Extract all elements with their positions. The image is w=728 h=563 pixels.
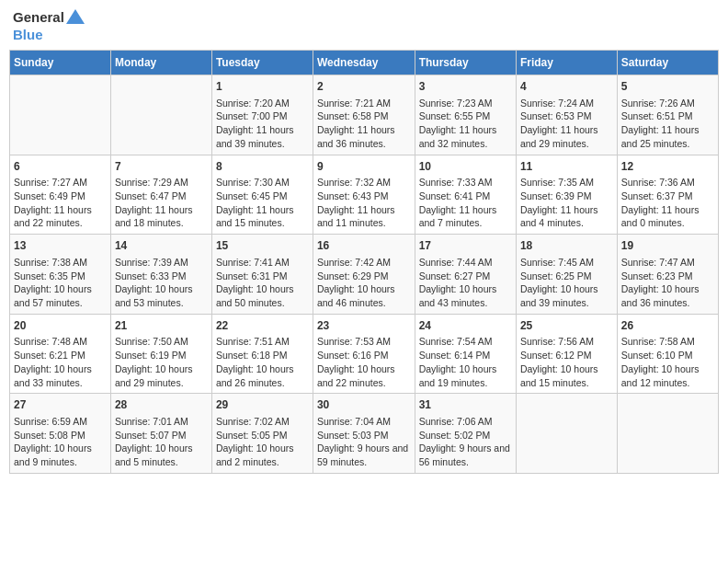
calendar-cell: 22Sunrise: 7:51 AM Sunset: 6:18 PM Dayli…: [211, 314, 313, 394]
calendar-cell: [617, 394, 718, 474]
calendar-cell: 14Sunrise: 7:39 AM Sunset: 6:33 PM Dayli…: [110, 235, 211, 315]
calendar-cell: 5Sunrise: 7:26 AM Sunset: 6:51 PM Daylig…: [617, 75, 718, 155]
calendar-cell: 13Sunrise: 7:38 AM Sunset: 6:35 PM Dayli…: [10, 235, 111, 315]
calendar-cell: 11Sunrise: 7:35 AM Sunset: 6:39 PM Dayli…: [516, 155, 617, 235]
day-number: 25: [520, 318, 613, 334]
cell-content: Sunrise: 7:45 AM Sunset: 6:25 PM Dayligh…: [520, 256, 613, 310]
cell-content: Sunrise: 7:54 AM Sunset: 6:14 PM Dayligh…: [419, 335, 512, 389]
cell-content: Sunrise: 7:33 AM Sunset: 6:41 PM Dayligh…: [419, 176, 512, 230]
calendar-cell: 16Sunrise: 7:42 AM Sunset: 6:29 PM Dayli…: [313, 235, 415, 315]
day-number: 21: [115, 318, 208, 334]
calendar-cell: 15Sunrise: 7:41 AM Sunset: 6:31 PM Dayli…: [211, 235, 313, 315]
day-number: 3: [419, 79, 512, 95]
day-number: 2: [317, 79, 411, 95]
page-header: General Blue: [9, 9, 719, 42]
day-number: 10: [419, 159, 512, 175]
cell-content: Sunrise: 6:59 AM Sunset: 5:08 PM Dayligh…: [14, 415, 107, 469]
day-number: 23: [317, 318, 411, 334]
week-row-3: 13Sunrise: 7:38 AM Sunset: 6:35 PM Dayli…: [10, 235, 719, 315]
cell-content: Sunrise: 7:47 AM Sunset: 6:23 PM Dayligh…: [621, 256, 714, 310]
calendar-cell: 29Sunrise: 7:02 AM Sunset: 5:05 PM Dayli…: [211, 394, 313, 474]
column-header-sunday: Sunday: [10, 51, 111, 75]
cell-content: Sunrise: 7:06 AM Sunset: 5:02 PM Dayligh…: [419, 415, 512, 469]
calendar-cell: 12Sunrise: 7:36 AM Sunset: 6:37 PM Dayli…: [617, 155, 718, 235]
calendar-cell: 4Sunrise: 7:24 AM Sunset: 6:53 PM Daylig…: [516, 75, 617, 155]
week-row-5: 27Sunrise: 6:59 AM Sunset: 5:08 PM Dayli…: [10, 394, 719, 474]
column-header-friday: Friday: [516, 51, 617, 75]
week-row-4: 20Sunrise: 7:48 AM Sunset: 6:21 PM Dayli…: [10, 314, 719, 394]
cell-content: Sunrise: 7:48 AM Sunset: 6:21 PM Dayligh…: [14, 335, 107, 389]
day-number: 30: [317, 397, 411, 413]
day-number: 20: [14, 318, 107, 334]
day-number: 6: [14, 159, 107, 175]
day-number: 15: [216, 238, 309, 254]
cell-content: Sunrise: 7:36 AM Sunset: 6:37 PM Dayligh…: [621, 176, 714, 230]
calendar-cell: 25Sunrise: 7:56 AM Sunset: 6:12 PM Dayli…: [516, 314, 617, 394]
column-header-saturday: Saturday: [617, 51, 718, 75]
day-number: 5: [621, 79, 714, 95]
logo-blue: Blue: [13, 28, 85, 43]
calendar-cell: 21Sunrise: 7:50 AM Sunset: 6:19 PM Dayli…: [110, 314, 211, 394]
calendar-cell: 6Sunrise: 7:27 AM Sunset: 6:49 PM Daylig…: [10, 155, 111, 235]
calendar-cell: 10Sunrise: 7:33 AM Sunset: 6:41 PM Dayli…: [415, 155, 516, 235]
cell-content: Sunrise: 7:42 AM Sunset: 6:29 PM Dayligh…: [317, 256, 411, 310]
column-header-wednesday: Wednesday: [313, 51, 415, 75]
cell-content: Sunrise: 7:50 AM Sunset: 6:19 PM Dayligh…: [115, 335, 208, 389]
calendar-cell: [110, 75, 211, 155]
cell-content: Sunrise: 7:01 AM Sunset: 5:07 PM Dayligh…: [115, 415, 208, 469]
day-number: 13: [14, 238, 107, 254]
calendar-cell: 7Sunrise: 7:29 AM Sunset: 6:47 PM Daylig…: [110, 155, 211, 235]
calendar-cell: 19Sunrise: 7:47 AM Sunset: 6:23 PM Dayli…: [617, 235, 718, 315]
column-header-tuesday: Tuesday: [211, 51, 313, 75]
calendar-cell: 31Sunrise: 7:06 AM Sunset: 5:02 PM Dayli…: [415, 394, 516, 474]
calendar-cell: 2Sunrise: 7:21 AM Sunset: 6:58 PM Daylig…: [313, 75, 415, 155]
calendar-cell: 8Sunrise: 7:30 AM Sunset: 6:45 PM Daylig…: [211, 155, 313, 235]
column-header-monday: Monday: [110, 51, 211, 75]
calendar-cell: 18Sunrise: 7:45 AM Sunset: 6:25 PM Dayli…: [516, 235, 617, 315]
cell-content: Sunrise: 7:58 AM Sunset: 6:10 PM Dayligh…: [621, 335, 714, 389]
day-number: 27: [14, 397, 107, 413]
cell-content: Sunrise: 7:53 AM Sunset: 6:16 PM Dayligh…: [317, 335, 411, 389]
day-number: 26: [621, 318, 714, 334]
cell-content: Sunrise: 7:41 AM Sunset: 6:31 PM Dayligh…: [216, 256, 309, 310]
cell-content: Sunrise: 7:39 AM Sunset: 6:33 PM Dayligh…: [115, 256, 208, 310]
calendar-table: SundayMondayTuesdayWednesdayThursdayFrid…: [9, 50, 719, 474]
calendar-cell: [516, 394, 617, 474]
cell-content: Sunrise: 7:24 AM Sunset: 6:53 PM Dayligh…: [520, 97, 613, 151]
svg-marker-0: [66, 9, 85, 24]
column-header-thursday: Thursday: [415, 51, 516, 75]
day-number: 4: [520, 79, 613, 95]
day-number: 12: [621, 159, 714, 175]
calendar-cell: 30Sunrise: 7:04 AM Sunset: 5:03 PM Dayli…: [313, 394, 415, 474]
week-row-1: 1Sunrise: 7:20 AM Sunset: 7:00 PM Daylig…: [10, 75, 719, 155]
calendar-cell: 1Sunrise: 7:20 AM Sunset: 7:00 PM Daylig…: [211, 75, 313, 155]
cell-content: Sunrise: 7:20 AM Sunset: 7:00 PM Dayligh…: [216, 97, 309, 151]
day-number: 11: [520, 159, 613, 175]
cell-content: Sunrise: 7:44 AM Sunset: 6:27 PM Dayligh…: [419, 256, 512, 310]
calendar-cell: 9Sunrise: 7:32 AM Sunset: 6:43 PM Daylig…: [313, 155, 415, 235]
day-number: 16: [317, 238, 411, 254]
cell-content: Sunrise: 7:30 AM Sunset: 6:45 PM Dayligh…: [216, 176, 309, 230]
day-number: 29: [216, 397, 309, 413]
cell-content: Sunrise: 7:27 AM Sunset: 6:49 PM Dayligh…: [14, 176, 107, 230]
logo-general: General: [13, 9, 85, 28]
calendar-cell: 17Sunrise: 7:44 AM Sunset: 6:27 PM Dayli…: [415, 235, 516, 315]
cell-content: Sunrise: 7:26 AM Sunset: 6:51 PM Dayligh…: [621, 97, 714, 151]
cell-content: Sunrise: 7:32 AM Sunset: 6:43 PM Dayligh…: [317, 176, 411, 230]
cell-content: Sunrise: 7:23 AM Sunset: 6:55 PM Dayligh…: [419, 97, 512, 151]
day-number: 9: [317, 159, 411, 175]
day-number: 28: [115, 397, 208, 413]
day-number: 19: [621, 238, 714, 254]
day-number: 7: [115, 159, 208, 175]
calendar-cell: 24Sunrise: 7:54 AM Sunset: 6:14 PM Dayli…: [415, 314, 516, 394]
calendar-cell: [10, 75, 111, 155]
calendar-cell: 3Sunrise: 7:23 AM Sunset: 6:55 PM Daylig…: [415, 75, 516, 155]
cell-content: Sunrise: 7:56 AM Sunset: 6:12 PM Dayligh…: [520, 335, 613, 389]
cell-content: Sunrise: 7:35 AM Sunset: 6:39 PM Dayligh…: [520, 176, 613, 230]
calendar-cell: 20Sunrise: 7:48 AM Sunset: 6:21 PM Dayli…: [10, 314, 111, 394]
calendar-cell: 26Sunrise: 7:58 AM Sunset: 6:10 PM Dayli…: [617, 314, 718, 394]
logo: General Blue: [13, 9, 85, 42]
calendar-cell: 23Sunrise: 7:53 AM Sunset: 6:16 PM Dayli…: [313, 314, 415, 394]
day-number: 24: [419, 318, 512, 334]
day-number: 31: [419, 397, 512, 413]
